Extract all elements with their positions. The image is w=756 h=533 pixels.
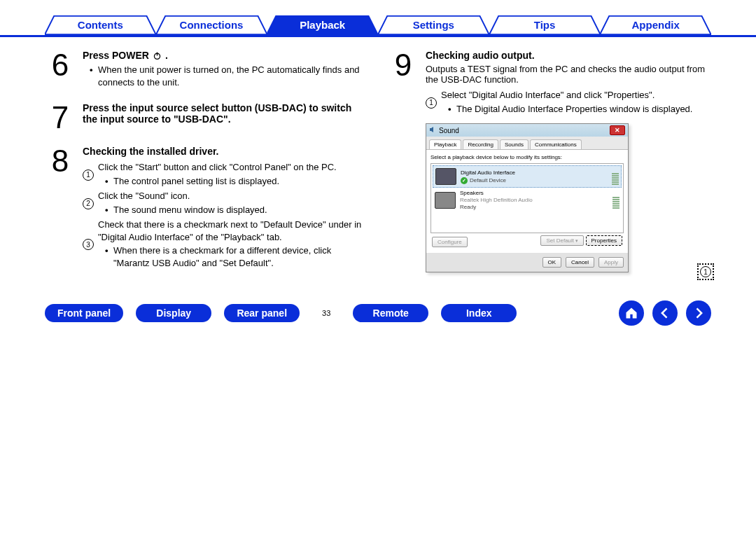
step-number: 8 [45,146,76,272]
right-column: 9 Checking audio output. Outputs a TEST … [388,50,711,285]
bottom-nav: Front panel Display Rear panel 33 Remote… [0,292,756,340]
close-icon[interactable]: ✕ [610,125,625,135]
circled-3-icon: 3 [83,239,94,250]
step-desc: Outputs a TEST signal from the PC and ch… [426,64,711,85]
configure-button[interactable]: Configure [432,237,468,247]
device-icon [435,168,456,185]
step-title: Checking the installed driver. [83,146,368,157]
step-number: 9 [388,50,419,272]
step-number: 7 [45,102,76,133]
ok-button[interactable]: OK [542,257,562,268]
page-number: 33 [312,309,340,317]
step-9: 9 Checking audio output. Outputs a TEST … [388,50,711,272]
cancel-button[interactable]: Cancel [566,257,594,268]
apply-button[interactable]: Apply [598,257,624,268]
level-meter-icon [612,192,620,209]
circled-2-icon: 2 [83,198,94,209]
nav-remote[interactable]: Remote [353,304,428,322]
prev-page-icon[interactable] [652,300,678,326]
sound-hint: Select a playback device below to modify… [430,154,624,160]
sound-tab-sounds[interactable]: Sounds [500,139,528,149]
device-speakers[interactable]: Speakers Realtek High Definition Audio R… [433,188,622,213]
sound-tab-communications[interactable]: Communications [530,139,582,149]
nav-front-panel[interactable]: Front panel [45,304,123,322]
nav-index[interactable]: Index [441,304,517,322]
tab-contents[interactable]: Contents [45,15,156,35]
callout-annotation: 1 [697,263,714,280]
sound-dialog: Sound ✕ Playback Recording Sounds Commun… [426,123,629,272]
home-icon[interactable] [619,300,644,326]
circled-1-icon: 1 [83,169,94,181]
speaker-icon [429,126,436,134]
sound-tab-recording[interactable]: Recording [463,139,498,149]
sound-dialog-wrapper: Sound ✕ Playback Recording Sounds Commun… [426,123,711,272]
left-column: 6 Press POWER . When the unit power is t… [45,50,368,285]
tab-tips[interactable]: Tips [489,15,601,35]
sound-tab-playback[interactable]: Playback [429,139,461,149]
nav-rear-panel[interactable]: Rear panel [224,304,300,322]
circled-1-icon: 1 [700,266,711,277]
step-7: 7 Press the input source select button (… [45,102,368,133]
step-bullet: When the unit power is turned on, the PC… [88,64,368,88]
nav-display[interactable]: Display [136,304,211,322]
tab-appendix[interactable]: Appendix [600,15,711,35]
properties-button[interactable]: Properties [586,235,622,246]
step-title: Press POWER . [83,50,368,61]
step-8: 8 Checking the installed driver. 1 Click… [45,146,368,272]
sound-tabs: Playback Recording Sounds Communications [426,137,628,150]
tab-playback[interactable]: Playback [267,15,378,35]
top-tabs: Contents Connections Playback Settings T… [0,0,756,37]
device-icon [435,192,456,209]
device-dai[interactable]: Digital Audio Interface ✓Default Device [433,165,622,188]
device-list: Digital Audio Interface ✓Default Device [430,163,624,233]
step-title: Press the input source select button (US… [83,102,368,125]
step-6: 6 Press POWER . When the unit power is t… [45,50,368,90]
circled-1-icon: 1 [426,97,437,109]
level-meter-icon [612,168,619,185]
power-icon [153,51,162,60]
setdefault-button[interactable]: Set Default [540,235,584,246]
content: 6 Press POWER . When the unit power is t… [0,37,756,292]
step-number: 6 [45,50,76,90]
tab-settings[interactable]: Settings [378,15,489,35]
svg-marker-8 [430,127,433,132]
step-title: Checking audio output. [426,50,711,61]
sound-titlebar: Sound ✕ [426,124,628,137]
check-icon: ✓ [461,177,468,184]
tab-connections[interactable]: Connections [156,15,267,35]
next-page-icon[interactable] [686,300,711,326]
